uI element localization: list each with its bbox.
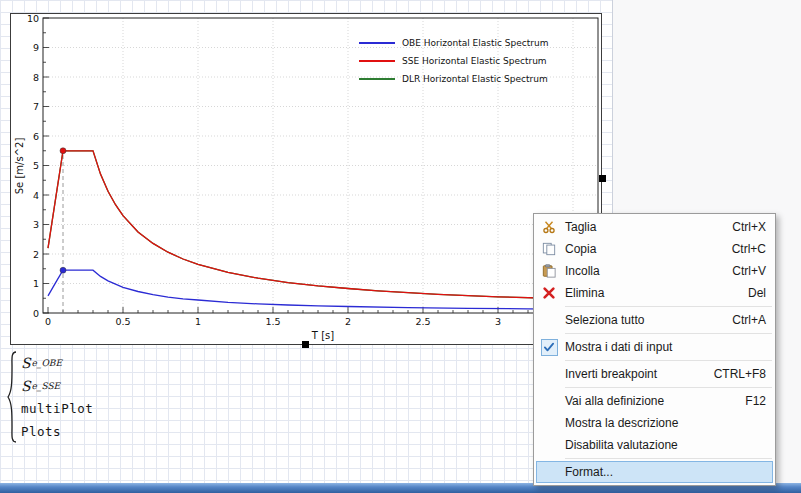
data-marker — [60, 148, 66, 154]
menu-item-label: Mostra i dati di input — [565, 340, 756, 354]
menu-item-label: Mostra la descrizione — [565, 416, 756, 430]
menu-item-taglia[interactable]: Taglia Ctrl+X — [534, 216, 775, 238]
context-menu: Taglia Ctrl+X Copia Ctrl+C Incolla Ctrl+… — [533, 213, 776, 486]
plot-legend: OBE Horizontal Elastic Spectrum SSE Hori… — [359, 34, 548, 88]
cut-icon — [538, 218, 560, 236]
copy-icon — [538, 240, 560, 258]
curve-obe — [48, 270, 599, 309]
legend-entry-sse: SSE Horizontal Elastic Spectrum — [359, 52, 548, 70]
x-tick-label: 2 — [345, 316, 351, 327]
x-tick-label: 0 — [45, 316, 51, 327]
menu-item-shortcut: Ctrl+X — [732, 220, 766, 234]
menu-item-label: Inverti breakpoint — [565, 367, 704, 381]
plot-input-data[interactable]: Se_OBE Se_SSE multiPlot Plots — [6, 351, 93, 443]
menu-item-elimina[interactable]: Elimina Del — [534, 282, 775, 304]
y-tick-label: 4 — [33, 190, 39, 201]
legend-line-obe — [359, 42, 395, 44]
blank-icon-slot — [538, 392, 560, 410]
menu-item-label: Seleziona tutto — [565, 313, 722, 327]
menu-separator — [565, 333, 772, 334]
y-tick-label: 2 — [33, 249, 39, 260]
y-tick-label: 8 — [33, 72, 39, 83]
menu-item-shortcut: CTRL+F8 — [714, 367, 766, 381]
menu-item-inverti-breakpoint[interactable]: Inverti breakpoint CTRL+F8 — [534, 363, 775, 385]
var-base: Plots — [21, 424, 61, 439]
menu-item-disabilita-valutazione[interactable]: Disabilita valutazione — [534, 434, 775, 456]
x-tick-label: 2.5 — [415, 316, 430, 327]
menu-separator — [565, 306, 772, 307]
var-subscript: e_SSE — [32, 381, 61, 391]
paste-icon — [538, 262, 560, 280]
menu-item-mostra-descrizione[interactable]: Mostra la descrizione — [534, 412, 775, 434]
icon-slot — [538, 338, 560, 356]
menu-separator — [565, 360, 772, 361]
var-plots[interactable]: Plots — [21, 420, 93, 443]
y-tick-label: 1 — [33, 278, 39, 289]
x-tick-label: 3 — [495, 316, 501, 327]
y-tick-label: 10 — [27, 14, 39, 24]
y-tick-label: 9 — [33, 42, 39, 53]
x-tick-label: 0.5 — [115, 316, 130, 327]
curve-dlr — [48, 151, 599, 300]
smath-screen: { "menu": { "highlight_color": "#cde4f7"… — [0, 0, 801, 493]
menu-item-label: Incolla — [565, 264, 722, 278]
menu-item-shortcut: Del — [748, 286, 766, 300]
delete-icon — [538, 284, 560, 302]
menu-item-label: Elimina — [565, 286, 738, 300]
x-tick-label: 1 — [195, 316, 201, 327]
blank-icon-slot — [538, 311, 560, 329]
curly-brace — [6, 351, 18, 443]
legend-line-dlr — [359, 78, 395, 80]
menu-item-format[interactable]: Format... — [536, 461, 773, 483]
menu-item-incolla[interactable]: Incolla Ctrl+V — [534, 260, 775, 282]
menu-item-shortcut: Ctrl+A — [732, 313, 766, 327]
var-se-obe[interactable]: Se_OBE — [21, 351, 93, 374]
resize-handle-right[interactable] — [599, 175, 606, 182]
legend-label: DLR Horizontal Elastic Spectrum — [402, 74, 548, 84]
var-subscript: e_OBE — [32, 358, 62, 368]
legend-label: SSE Horizontal Elastic Spectrum — [402, 56, 547, 66]
menu-separator — [565, 458, 772, 459]
plot-region[interactable]: T [s] Se [m/s^2] 00.511.522.533.50123456… — [10, 13, 602, 345]
var-base: multiPlot — [21, 401, 93, 416]
var-se-sse[interactable]: Se_SSE — [21, 374, 93, 397]
legend-entry-dlr: DLR Horizontal Elastic Spectrum — [359, 70, 548, 88]
y-tick-label: 7 — [33, 101, 39, 112]
menu-item-copia[interactable]: Copia Ctrl+C — [534, 238, 775, 260]
menu-item-label: Taglia — [565, 220, 722, 234]
checkmark-icon — [541, 339, 558, 356]
x-tick-label: 1.5 — [265, 316, 280, 327]
menu-item-label: Disabilita valutazione — [565, 438, 756, 452]
y-axis-label: Se [m/s^2] — [14, 138, 25, 195]
menu-item-vai-alla-definizione[interactable]: Vai alla definizione F12 — [534, 390, 775, 412]
plot-input-list: Se_OBE Se_SSE multiPlot Plots — [21, 351, 93, 443]
menu-separator — [565, 387, 772, 388]
menu-item-shortcut: Ctrl+V — [732, 264, 766, 278]
var-base: S — [21, 355, 31, 371]
menu-item-label: Vai alla definizione — [565, 394, 735, 408]
var-base: S — [21, 378, 31, 394]
menu-item-label: Format... — [565, 465, 756, 479]
blank-icon-slot — [538, 414, 560, 432]
menu-item-shortcut: F12 — [745, 394, 766, 408]
menu-item-label: Copia — [565, 242, 722, 256]
curve-sse — [48, 151, 599, 300]
legend-line-sse — [359, 60, 395, 62]
blank-icon-slot — [538, 436, 560, 454]
y-tick-label: 5 — [33, 160, 39, 171]
blank-icon-slot — [538, 365, 560, 383]
menu-item-seleziona-tutto[interactable]: Seleziona tutto Ctrl+A — [534, 309, 775, 331]
legend-entry-obe: OBE Horizontal Elastic Spectrum — [359, 34, 548, 52]
blank-icon-slot — [538, 463, 560, 481]
y-tick-label: 3 — [33, 219, 39, 230]
var-multiplot[interactable]: multiPlot — [21, 397, 93, 420]
menu-item-mostra-dati-input[interactable]: Mostra i dati di input — [534, 336, 775, 358]
data-marker — [60, 267, 66, 273]
y-tick-label: 0 — [33, 308, 39, 319]
resize-handle-bottom[interactable] — [302, 341, 309, 348]
y-tick-label: 6 — [33, 131, 39, 142]
menu-item-shortcut: Ctrl+C — [732, 242, 766, 256]
legend-label: OBE Horizontal Elastic Spectrum — [402, 38, 548, 48]
x-axis-label: T [s] — [311, 330, 334, 341]
